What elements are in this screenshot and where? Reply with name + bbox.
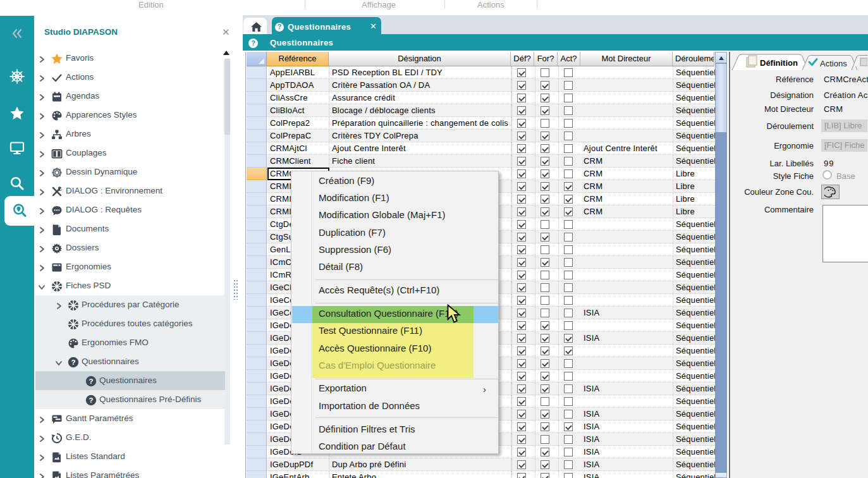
svg-text:?: ? — [89, 377, 93, 385]
svg-text:?: ? — [71, 358, 75, 366]
svg-text:?: ? — [89, 396, 93, 404]
